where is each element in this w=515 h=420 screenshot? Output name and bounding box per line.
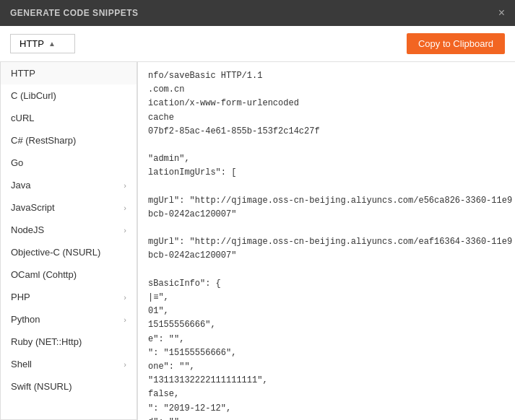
menu-item-label: Go <box>11 157 23 168</box>
http-dropdown[interactable]: HTTP ▲ <box>10 34 75 53</box>
dialog: GENERATE CODE SNIPPETS × HTTP ▲ Copy to … <box>0 0 515 420</box>
menu-item-go[interactable]: Go <box>1 152 137 174</box>
menu-item-java[interactable]: Java› <box>1 174 137 196</box>
dropdown-button[interactable]: HTTP ▲ <box>10 34 75 53</box>
chevron-up-icon: ▲ <box>48 40 56 48</box>
dropdown-menu: HTTPC (LibCurl)cURLC# (RestSharp)GoJava›… <box>0 62 137 420</box>
menu-item-python[interactable]: Python› <box>1 308 137 331</box>
chevron-right-icon: › <box>124 293 126 302</box>
menu-item-objective-c--nsurl-[interactable]: Objective-C (NSURL) <box>1 241 137 263</box>
menu-item-ocaml--cohttp-[interactable]: OCaml (Cohttp) <box>1 263 137 286</box>
menu-item-label: Python <box>11 314 40 325</box>
code-content: nfo/saveBasic HTTP/1.1 .com.cn ication/x… <box>148 69 505 420</box>
menu-item-label: cURL <box>11 113 35 123</box>
dropdown-label: HTTP <box>20 38 44 49</box>
menu-item-php[interactable]: PHP› <box>1 286 137 308</box>
menu-item-label: Shell <box>11 359 32 369</box>
menu-item-label: Ruby (NET::Http) <box>11 336 82 347</box>
chevron-right-icon: › <box>124 181 126 190</box>
menu-item-label: Swift (NSURL) <box>11 381 72 392</box>
menu-item-http[interactable]: HTTP <box>1 62 137 84</box>
chevron-right-icon: › <box>124 204 126 212</box>
toolbar: HTTP ▲ Copy to Clipboard <box>0 26 515 62</box>
menu-item-curl[interactable]: cURL <box>1 107 137 129</box>
chevron-right-icon: › <box>124 226 126 235</box>
menu-item-javascript[interactable]: JavaScript› <box>1 196 137 219</box>
code-panel[interactable]: nfo/saveBasic HTTP/1.1 .com.cn ication/x… <box>137 62 515 420</box>
menu-item-label: NodeJS <box>11 224 44 235</box>
menu-item-label: OCaml (Cohttp) <box>11 269 77 280</box>
menu-item-c--libcurl-[interactable]: C (LibCurl) <box>1 84 137 107</box>
menu-item-label: JavaScript <box>11 202 55 213</box>
chevron-right-icon: › <box>124 315 126 324</box>
copy-to-clipboard-button[interactable]: Copy to Clipboard <box>407 33 505 54</box>
menu-item-label: C (LibCurl) <box>11 90 56 101</box>
content-area: HTTPC (LibCurl)cURLC# (RestSharp)GoJava›… <box>0 62 515 420</box>
menu-item-ruby--net--http-[interactable]: Ruby (NET::Http) <box>1 331 137 353</box>
chevron-right-icon: › <box>124 360 126 369</box>
dialog-title: GENERATE CODE SNIPPETS <box>10 8 138 18</box>
menu-item-label: PHP <box>11 292 30 302</box>
menu-item-nodejs[interactable]: NodeJS› <box>1 219 137 241</box>
menu-item-shell[interactable]: Shell› <box>1 353 137 375</box>
close-button[interactable]: × <box>498 7 505 19</box>
menu-item-swift--nsurl-[interactable]: Swift (NSURL) <box>1 375 137 398</box>
menu-item-label: C# (RestSharp) <box>11 135 76 146</box>
dialog-header: GENERATE CODE SNIPPETS × <box>0 0 515 26</box>
menu-item-label: Objective-C (NSURL) <box>11 247 100 258</box>
menu-item-label: HTTP <box>11 68 35 79</box>
menu-item-label: Java <box>11 180 30 191</box>
menu-item-c---restsharp-[interactable]: C# (RestSharp) <box>1 129 137 152</box>
